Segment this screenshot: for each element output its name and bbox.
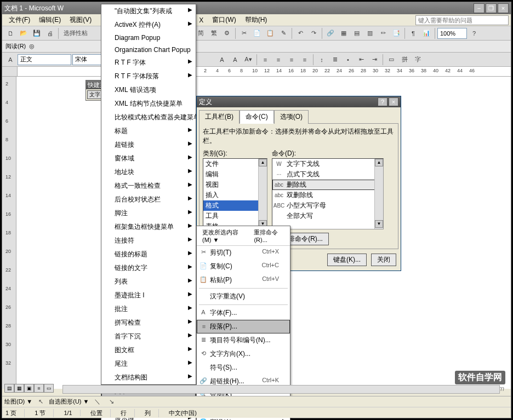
align-center-icon[interactable]: ≡ [272, 54, 284, 66]
hyperlink-icon[interactable]: 🔗 [324, 27, 337, 39]
submenu-item[interactable]: 📄复制(C)Ctrl+C [197, 260, 290, 273]
style-icon[interactable]: A [4, 54, 16, 66]
format-painter-icon[interactable]: ✎ [277, 27, 289, 39]
menu-item[interactable]: 批注▶ [101, 302, 196, 316]
select-icon[interactable]: ↖ [35, 396, 47, 408]
menu-item[interactable]: 文档结构图▶ [101, 371, 196, 384]
menu-item[interactable]: 拼写检查▶ [101, 316, 196, 330]
menu-item[interactable]: XML 结构节点快捷菜单 [101, 97, 196, 111]
category-listbox[interactable]: 文件编辑视图插入格式工具表格Web窗口和帮助绘图自选图形 ▼▲▼ [203, 158, 267, 229]
minimize-button[interactable]: − [474, 3, 485, 13]
keyboard-button[interactable]: 键盘(K)... [327, 254, 367, 266]
insert-table-icon[interactable]: ▤ [351, 27, 363, 39]
line-icon[interactable]: ＼ [91, 396, 103, 408]
justify-icon[interactable]: ≡ [299, 54, 311, 66]
menu-item[interactable]: "自动图文集"列表戒▶ [101, 4, 196, 18]
menu-item[interactable]: 脚注▶ [101, 206, 196, 220]
chart-icon[interactable]: 📊 [420, 27, 432, 39]
zoom-combo[interactable]: 100% [437, 28, 467, 39]
paste-special-button[interactable]: 选择性粘 [61, 27, 90, 39]
menu-item[interactable]: 窗体域▶ [101, 152, 196, 165]
menu-item[interactable]: 尾注▶ [101, 357, 196, 371]
paste-icon[interactable]: 📋 [264, 27, 276, 39]
highlight-icon[interactable]: A [229, 54, 241, 66]
menu-item[interactable]: 链接的标题▶ [101, 248, 196, 261]
menu-item[interactable]: 链接的文字▶ [101, 261, 196, 275]
new-icon[interactable]: 🗋 [4, 27, 16, 39]
help-search-input[interactable] [415, 15, 509, 25]
fontcolor-icon[interactable]: A [216, 54, 228, 66]
menu-item[interactable]: 连接符▶ [101, 234, 196, 248]
menu-item[interactable]: 格式一致性检查▶ [101, 179, 196, 193]
autoshapes-menu[interactable]: 自选图形(U) ▼ [49, 398, 89, 406]
show-icon[interactable]: ¶ [407, 27, 419, 39]
linespacing-icon[interactable]: ↕ [316, 54, 328, 66]
close-button[interactable]: × [498, 3, 509, 13]
bullets-icon[interactable]: • [342, 54, 354, 66]
category-item[interactable]: 编辑 [203, 169, 267, 180]
charshade-icon[interactable]: A▾ [242, 54, 254, 66]
command-listbox[interactable]: W文字下戈线···点式下戈线abc删除线abc双删除线ABC小型大写字母全部大写… [272, 158, 384, 229]
category-item[interactable]: 插入 [203, 190, 267, 200]
read-icon[interactable]: ◎ [29, 43, 35, 50]
rearrange-sub[interactable]: 重排命令(R)... [250, 228, 288, 244]
menu-edit[interactable]: 编辑(E) [35, 14, 65, 26]
numbering-icon[interactable]: ≣ [329, 54, 341, 66]
category-item[interactable]: 文件 [203, 159, 267, 169]
menu-item[interactable]: 超链接▶ [101, 138, 196, 152]
submenu-item[interactable]: ✂剪切(T)Ctrl+X [197, 246, 290, 260]
menu-item[interactable]: 首字下沉▶ [101, 330, 196, 343]
view-web-icon[interactable]: ▦ [14, 384, 24, 393]
tab-toolbars[interactable]: 工具栏(B) [199, 110, 240, 124]
menu-x[interactable]: X [195, 15, 208, 25]
tab-commands[interactable]: 命令(C) [240, 110, 274, 124]
phonetic-icon[interactable]: 拼 [398, 54, 411, 66]
view-print-icon[interactable]: ▣ [24, 384, 34, 393]
submenu-item[interactable]: 符号(S)... [197, 361, 290, 375]
menu-item[interactable]: 列表▶ [101, 275, 196, 289]
command-item[interactable]: abc双删除线 [272, 190, 383, 200]
cut-icon[interactable]: ✂ [238, 27, 250, 39]
arrow-icon[interactable]: ↘ [105, 396, 117, 408]
menu-view[interactable]: 视图(V) [65, 14, 96, 26]
category-item[interactable]: 工具 [203, 211, 267, 221]
submenu-item[interactable]: 📋粘贴(P)Ctrl+V [197, 273, 290, 287]
read-button[interactable]: 阅读(R) [5, 42, 26, 50]
tab-options[interactable]: 选项(O) [274, 110, 309, 124]
menu-item[interactable]: R T F 字体▶ [101, 56, 196, 70]
menu-help[interactable]: 帮助(H) [241, 14, 272, 26]
submenu-item[interactable]: ≣项目符号和编号(N)... [197, 333, 290, 347]
menu-file[interactable]: 文件(F) [4, 14, 35, 26]
category-item[interactable]: 视图 [203, 180, 267, 190]
command-item[interactable]: ···点式下戈线 [272, 169, 383, 180]
menu-item[interactable]: 后台校对状态栏▶ [101, 193, 196, 206]
menu-item[interactable]: 地址块▶ [101, 165, 196, 179]
menu-item[interactable]: R T F 字体段落▶ [101, 70, 196, 83]
submenu-item[interactable]: ⟲文字方向(X)... [197, 347, 290, 361]
indent-inc-icon[interactable]: ⇥ [368, 54, 380, 66]
redo-icon[interactable]: ↷ [307, 27, 320, 39]
menu-item[interactable]: 墨迹批注 I▶ [101, 289, 196, 302]
draw-menu[interactable]: 绘图(D) ▼ [4, 398, 32, 406]
menu-window[interactable]: 窗口(W) [208, 14, 240, 26]
view-normal-icon[interactable]: ▤ [4, 384, 14, 393]
submenu-item[interactable]: A字体(F)... [197, 306, 290, 320]
dialog-close-button[interactable]: × [389, 97, 398, 106]
border-icon[interactable]: ▭ [385, 54, 397, 66]
align-right-icon[interactable]: ≡ [286, 54, 298, 66]
tool-icon[interactable]: 简 [195, 27, 207, 39]
view-outline-icon[interactable]: ≡ [34, 384, 44, 393]
category-item[interactable]: 格式 [203, 200, 267, 211]
horizontal-scrollbar[interactable] [62, 385, 500, 394]
print-icon[interactable]: 🖨 [44, 27, 56, 39]
command-item[interactable]: abc删除线 [272, 180, 383, 190]
menu-item[interactable]: XML 错误选项 [101, 83, 196, 97]
command-item[interactable]: W文字下戈线 [272, 159, 383, 169]
menu-item[interactable]: 框架集边框快捷菜单▶ [101, 220, 196, 234]
align-left-icon[interactable]: ≡ [259, 54, 271, 66]
docmap-icon[interactable]: 📑 [390, 27, 402, 39]
close-button-dlg[interactable]: 关闭 [371, 254, 396, 266]
undo-icon[interactable]: ↶ [294, 27, 306, 39]
submenu-item[interactable]: ≡段落(P)... [197, 320, 290, 333]
menu-item[interactable]: 比较模式格式检查器央建菜单 [101, 111, 196, 124]
